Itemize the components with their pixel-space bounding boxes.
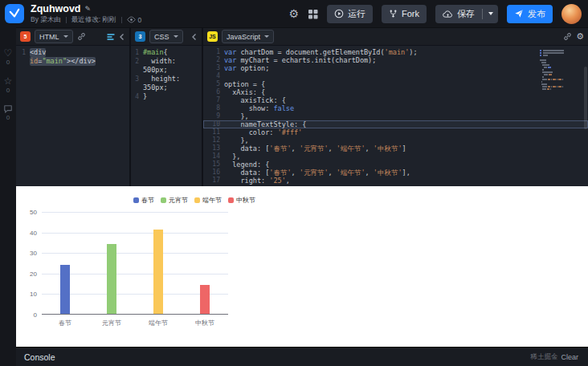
x-axis-tick-label: 中秋节 (182, 319, 228, 327)
code-line: 4} (131, 92, 202, 101)
y-axis-tick-label: 10 (16, 291, 37, 298)
css-panel: 3 CSS 1#main{2 width:500px;3 height: (131, 28, 203, 186)
line-number: 3 (203, 64, 224, 72)
publish-button[interactable]: 发布 (507, 5, 553, 23)
chevron-down-icon (63, 35, 68, 38)
editor-gear-icon[interactable]: ⚙ (576, 32, 584, 41)
legend-marker (161, 197, 166, 203)
js-panel: JS JavaScript ⚙ (203, 28, 588, 186)
pen-title: Zquhwovd (31, 3, 81, 14)
legend-marker (194, 197, 200, 203)
save-button[interactable]: 保存 (435, 5, 498, 23)
app-logo-icon[interactable] (5, 4, 24, 23)
fork-button[interactable]: Fork (382, 5, 427, 23)
scrollbar-thumb[interactable] (584, 67, 587, 129)
fork-label: Fork (402, 9, 419, 18)
link-icon[interactable] (77, 32, 86, 41)
format-icon[interactable] (107, 33, 115, 41)
publish-label: 发布 (528, 8, 545, 20)
title-block: Zquhwovd ✎ By 梁木由 最近修改: 刚刚 0 (31, 3, 141, 25)
js-code-editor[interactable]: 1var chartDom = document.getElementById(… (203, 46, 588, 186)
code-line: 4 (203, 72, 588, 80)
code-line: 10 nameTextStyle: { (203, 120, 588, 128)
like-button[interactable]: ♡ 0 (4, 48, 13, 66)
collapse-left-icon[interactable] (119, 33, 125, 41)
star-count: 0 (6, 87, 10, 94)
line-number: 2 (131, 57, 143, 66)
save-dropdown-caret-icon[interactable] (488, 12, 493, 15)
css-language-label: CSS (154, 33, 169, 41)
views-count: 0 (138, 16, 142, 24)
chevron-down-icon (174, 35, 178, 38)
js-language-select[interactable]: JavaScript (222, 30, 274, 43)
html-language-select[interactable]: HTML (35, 30, 73, 43)
legend-item[interactable]: 春节 (133, 196, 154, 205)
legend-marker (228, 197, 234, 203)
layout-grid-icon[interactable] (308, 9, 318, 19)
collapse-left-icon[interactable] (191, 33, 198, 41)
byline-divider (121, 17, 122, 23)
code-line: 15 legend: { (203, 161, 588, 169)
code-line: id="main"></div> (16, 57, 129, 66)
legend-label: 春节 (141, 196, 154, 205)
console-bar: Console 稀土掘金 Clear (16, 347, 588, 366)
code-line: 14 }, (203, 152, 588, 161)
css-panel-header: 3 CSS (131, 28, 202, 46)
minimap[interactable] (540, 50, 564, 91)
modified-label: 最近修改: 刚刚 (71, 15, 116, 25)
line-number: 13 (203, 144, 224, 152)
css-code-editor[interactable]: 1#main{2 width:500px;3 height:350px;4} (131, 46, 202, 186)
byline-divider (66, 17, 67, 23)
echarts-bar-chart: 春节元宵节端午节中秋节 01020304050春节元宵节端午节中秋节 (16, 186, 588, 347)
y-axis-tick-label: 50 (16, 209, 37, 216)
legend-item[interactable]: 元宵节 (161, 196, 188, 205)
play-circle-icon (334, 9, 344, 18)
top-bar: Zquhwovd ✎ By 梁木由 最近修改: 刚刚 0 ⚙ (0, 0, 588, 27)
chevron-down-icon (264, 35, 269, 38)
run-label: 运行 (348, 8, 365, 20)
code-line: 13 data: ['春节', '元宵节', '端午节', '中秋节'] (203, 144, 588, 152)
code-line: 2var myChart = echarts.init(chartDom); (203, 56, 588, 64)
line-number: 1 (203, 48, 224, 56)
legend-item[interactable]: 端午节 (194, 196, 222, 205)
fork-icon (389, 9, 398, 18)
bar-春节 (60, 265, 70, 314)
comment-button[interactable]: 0 (3, 104, 13, 121)
views: 0 (127, 16, 142, 24)
code-line: 16 data: ['春节', '元宵节', '端午节', '中秋节'], (203, 169, 588, 177)
settings-gear-icon[interactable]: ⚙ (288, 8, 299, 19)
code-line: 6 xAxis: { (203, 88, 588, 96)
console-right: 稀土掘金 Clear (530, 352, 578, 362)
author-link[interactable]: By 梁木由 (31, 15, 61, 25)
byline: By 梁木由 最近修改: 刚刚 0 (31, 15, 141, 25)
preview-pane: 春节元宵节端午节中秋节 01020304050春节元宵节端午节中秋节 (16, 186, 588, 347)
line-number (131, 83, 143, 92)
js-language-label: JavaScript (227, 33, 260, 41)
legend-item[interactable]: 中秋节 (228, 196, 255, 205)
legend-label: 元宵节 (169, 196, 188, 205)
chart-legend: 春节元宵节端午节中秋节 (133, 196, 255, 205)
line-number: 17 (203, 177, 224, 185)
html-code-editor[interactable]: 1<divid="main"></div> (16, 46, 129, 186)
line-number: 12 (203, 136, 224, 144)
legend-marker (133, 197, 139, 203)
edit-title-icon[interactable]: ✎ (85, 5, 92, 13)
star-button[interactable]: ☆ 0 (4, 76, 13, 94)
code-line: 1#main{ (131, 48, 202, 57)
x-axis-tick-label: 春节 (42, 319, 88, 327)
save-label: 保存 (457, 8, 475, 20)
console-clear-button[interactable]: Clear (561, 353, 578, 361)
link-icon[interactable] (563, 32, 572, 41)
css-language-select[interactable]: CSS (149, 30, 183, 43)
like-count: 0 (6, 59, 10, 66)
run-button[interactable]: 运行 (327, 5, 373, 23)
user-avatar[interactable] (561, 4, 582, 24)
code-line: 8 show: false (203, 104, 588, 112)
code-line: 7 axisTick: { (203, 96, 588, 104)
app-root: Zquhwovd ✎ By 梁木由 最近修改: 刚刚 0 ⚙ (0, 0, 588, 366)
heart-icon: ♡ (4, 48, 13, 58)
code-line: 350px; (131, 83, 202, 92)
code-line: 2 width: (131, 57, 202, 66)
console-toggle[interactable]: Console (24, 352, 55, 362)
line-number: 11 (203, 128, 224, 136)
